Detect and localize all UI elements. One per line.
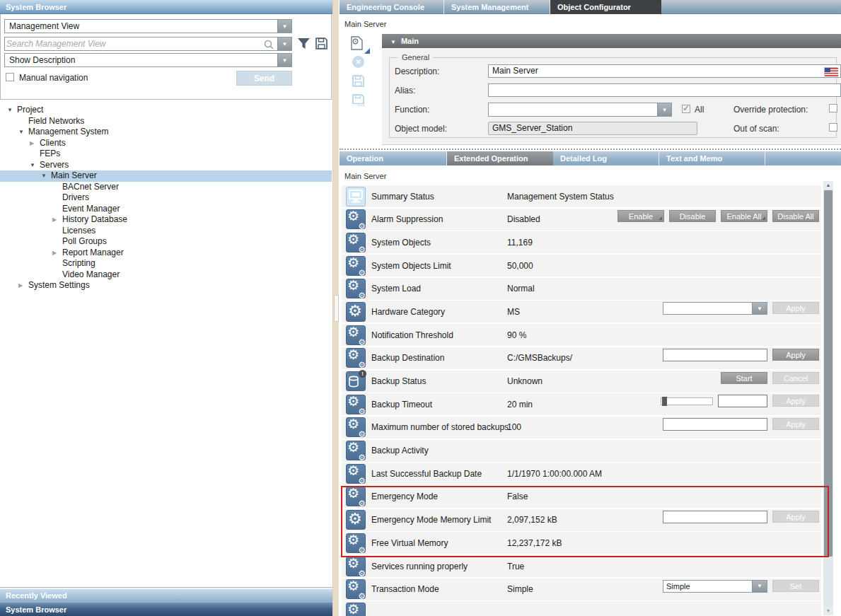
property-icon[interactable]: ⚙⚙ bbox=[346, 279, 366, 298]
disable-all-button[interactable]: Disable All bbox=[772, 210, 819, 222]
system-browser-bottom-bar[interactable]: System Browser bbox=[0, 602, 332, 616]
property-icon[interactable]: ⚙⚙ bbox=[346, 441, 366, 460]
us-flag-icon[interactable] bbox=[824, 67, 837, 76]
tree-item-system-settings[interactable]: ▶System Settings bbox=[0, 280, 332, 291]
set-button[interactable]: Set bbox=[772, 580, 819, 592]
panel-splitter[interactable] bbox=[340, 149, 841, 150]
main-section-header[interactable]: ▼Main bbox=[382, 34, 841, 48]
property-icon[interactable]: ⚙ bbox=[346, 510, 366, 530]
apply-button[interactable]: Apply bbox=[772, 418, 819, 430]
tab-system-management[interactable]: System Management bbox=[444, 0, 550, 14]
property-icon[interactable]: ⚙⚙ bbox=[346, 579, 366, 599]
override-protection-checkbox[interactable] bbox=[829, 104, 837, 112]
tree-item-project[interactable]: ▼Project bbox=[0, 105, 332, 116]
left-scrollbar[interactable] bbox=[332, 0, 339, 616]
filter-icon[interactable] bbox=[297, 37, 311, 50]
property-icon[interactable]: ⚙⚙ bbox=[346, 487, 366, 506]
tree-item-scripting[interactable]: Scripting bbox=[0, 258, 332, 269]
timeout-slider[interactable] bbox=[661, 397, 713, 405]
tree-item-feps[interactable]: FEPs bbox=[0, 149, 332, 160]
tree-item-bacnet-server[interactable]: BACnet Server bbox=[0, 182, 332, 193]
property-icon[interactable]: ! bbox=[346, 371, 366, 391]
tree-item-main-server[interactable]: ▼Main Server bbox=[0, 170, 332, 182]
tab-engineering-console[interactable]: Engineering Console bbox=[340, 0, 444, 14]
scroll-down-icon[interactable]: ▼ bbox=[823, 607, 833, 615]
tree-item-report-manager[interactable]: ▶Report Manager bbox=[0, 248, 332, 259]
function-dropdown[interactable]: ▼ bbox=[488, 103, 672, 117]
save-icon[interactable] bbox=[352, 74, 365, 90]
expand-icon[interactable]: ▶ bbox=[30, 138, 40, 149]
property-icon[interactable]: ⚙⚙ bbox=[346, 533, 366, 553]
right-scrollbar[interactable]: ▲ ▼ bbox=[823, 181, 833, 615]
tree-item-servers[interactable]: ▼Servers bbox=[0, 160, 332, 171]
left-scrollbar-thumb[interactable] bbox=[334, 295, 339, 322]
all-checkbox[interactable]: ✓ bbox=[682, 105, 690, 113]
property-icon[interactable]: ⚙⚙ bbox=[346, 557, 366, 576]
property-icon[interactable]: ⚙⚙ bbox=[346, 325, 366, 345]
discard-icon[interactable]: ✕ bbox=[352, 56, 364, 68]
save-filter-icon[interactable] bbox=[315, 37, 328, 50]
right-scrollbar-thumb[interactable] bbox=[824, 190, 833, 557]
collapse-icon[interactable]: ▼ bbox=[41, 170, 51, 182]
property-icon[interactable]: ⚙⚙ bbox=[346, 233, 366, 252]
chevron-down-icon[interactable]: ▼ bbox=[752, 303, 767, 314]
out-of-scan-checkbox[interactable] bbox=[829, 123, 837, 132]
expand-icon[interactable]: ▶ bbox=[18, 280, 28, 291]
send-button[interactable]: Send bbox=[236, 71, 292, 86]
search-input[interactable] bbox=[6, 38, 257, 50]
tree-item-history-database[interactable]: ▶History Database bbox=[0, 214, 332, 226]
tree-item-licenses[interactable]: Licenses bbox=[0, 226, 332, 237]
apply-button[interactable]: Apply bbox=[772, 302, 819, 314]
tree-item-poll-groups[interactable]: Poll Groups bbox=[0, 236, 332, 248]
description-mode-dropdown[interactable]: Show Description ▼ bbox=[4, 53, 292, 67]
chevron-down-icon[interactable]: ▼ bbox=[657, 103, 671, 116]
property-icon[interactable]: ⚙⚙ bbox=[346, 395, 366, 414]
tree-item-management-system[interactable]: ▼Management System bbox=[0, 127, 332, 138]
expand-icon[interactable]: ▶ bbox=[52, 248, 62, 259]
tab-operation[interactable]: Operation bbox=[340, 151, 447, 165]
collapse-icon[interactable]: ▼ bbox=[7, 105, 17, 116]
chevron-down-icon[interactable]: ▼ bbox=[277, 20, 291, 33]
search-icon[interactable] bbox=[263, 39, 274, 50]
property-icon[interactable] bbox=[346, 187, 366, 207]
value-input[interactable] bbox=[663, 418, 767, 431]
chevron-down-icon[interactable]: ▼ bbox=[752, 581, 767, 592]
value-input[interactable] bbox=[718, 395, 767, 407]
apply-button[interactable]: Apply bbox=[772, 395, 819, 407]
recently-viewed-bar[interactable]: Recently Viewed bbox=[0, 588, 332, 602]
collapse-icon[interactable]: ▼ bbox=[30, 160, 40, 171]
enable-button[interactable]: Enable bbox=[617, 210, 664, 222]
start-button[interactable]: Start bbox=[721, 372, 767, 384]
collapse-icon[interactable]: ▼ bbox=[390, 39, 396, 45]
tree-item-drivers[interactable]: Drivers bbox=[0, 192, 332, 204]
value-input[interactable] bbox=[663, 349, 767, 361]
property-icon[interactable]: ⚙⚙ bbox=[346, 603, 366, 616]
search-box[interactable]: ▼ bbox=[4, 37, 292, 51]
tab-text-and-memo[interactable]: Text and Memo bbox=[659, 151, 765, 165]
apply-button[interactable]: Apply bbox=[772, 349, 819, 361]
chevron-down-icon[interactable]: ▼ bbox=[277, 54, 291, 66]
tab-extended-operation[interactable]: Extended Operation bbox=[447, 151, 553, 165]
tab-detailed-log[interactable]: Detailed Log bbox=[553, 151, 659, 165]
slider-thumb[interactable] bbox=[662, 397, 667, 406]
tree-item-clients[interactable]: ▶Clients bbox=[0, 138, 332, 149]
description-field[interactable]: Main Server bbox=[488, 64, 841, 78]
tree-item-video-manager[interactable]: Video Manager bbox=[0, 269, 332, 281]
disable-button[interactable]: Disable bbox=[669, 210, 716, 222]
property-icon[interactable]: ⚙⚙ bbox=[346, 256, 366, 276]
value-input[interactable] bbox=[663, 511, 767, 523]
tree-item-event-manager[interactable]: Event Manager bbox=[0, 204, 332, 215]
tree-item-field-networks[interactable]: Field Networks bbox=[0, 116, 332, 127]
apply-button[interactable]: Apply bbox=[772, 511, 819, 523]
value-dropdown[interactable]: Simple▼ bbox=[663, 580, 767, 593]
alias-field[interactable] bbox=[488, 83, 841, 97]
manual-navigation-checkbox[interactable] bbox=[6, 73, 14, 81]
property-icon[interactable]: ⚙ bbox=[346, 302, 366, 322]
property-icon[interactable]: ⚙⚙ bbox=[346, 209, 366, 229]
search-dropdown-icon[interactable]: ▼ bbox=[277, 37, 291, 50]
save-as-icon[interactable] bbox=[352, 93, 365, 109]
new-object-icon[interactable] bbox=[349, 35, 368, 52]
scroll-up-icon[interactable]: ▲ bbox=[823, 181, 833, 190]
cancel-button[interactable]: Cancel bbox=[772, 372, 819, 384]
view-mode-dropdown[interactable]: Management View ▼ bbox=[4, 19, 292, 33]
